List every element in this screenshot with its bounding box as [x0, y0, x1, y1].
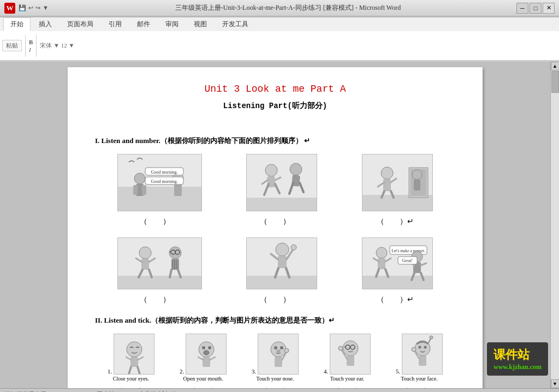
svg-point-56: [276, 243, 289, 256]
svg-rect-1: [118, 187, 201, 211]
bracket-6: （ ）↵: [352, 295, 439, 305]
app-icon: W: [4, 3, 15, 14]
watermark-line1: 课件站: [493, 347, 542, 363]
window-title: 三年级英语上册-Unit-3-Look-at-me-Part-A-同步练习 [兼…: [60, 3, 516, 13]
svg-point-91: [208, 346, 211, 349]
maximize-button[interactable]: □: [530, 3, 542, 14]
bracket-row-3: （ ） （ ） （ ） （ ） （ ）↵: [95, 386, 455, 388]
scroll-down-button[interactable]: ▼: [551, 379, 560, 388]
window-controls: ─ □ ✕: [516, 3, 555, 14]
small-image-1: 1.: [108, 334, 154, 382]
watermark-line2: www.kjzhan.com: [493, 363, 542, 371]
images-row-2: Let's make a puppet. Great!: [95, 237, 455, 289]
document-title: Unit 3 Look at me Part A: [95, 84, 455, 94]
small-image-4: 4.: [324, 334, 371, 382]
image-box-3: [362, 154, 433, 211]
undo-icon[interactable]: ↩: [28, 4, 33, 11]
font-size-selector[interactable]: 宋体 ▼ 12 ▼: [40, 41, 74, 50]
svg-point-14: [265, 164, 277, 176]
bold-button[interactable]: B: [29, 39, 33, 45]
tab-references[interactable]: 引用: [102, 17, 129, 31]
scroll-track[interactable]: [551, 70, 560, 379]
images-row-1: Good morning. Good morning.: [95, 154, 455, 211]
redo-icon[interactable]: ↪: [35, 4, 40, 11]
svg-point-2: [134, 173, 145, 184]
svg-rect-13: [247, 198, 317, 211]
bracket-1: （ ）: [111, 217, 199, 227]
svg-point-34: [412, 170, 422, 180]
ribbon-content: 粘贴 B I 宋体 ▼ 12 ▼: [0, 31, 559, 61]
bracket-4: （ ）: [111, 295, 199, 305]
small-image-3: 3.: [252, 334, 299, 382]
tab-insert[interactable]: 插入: [32, 17, 59, 31]
image-box-6: Let's make a puppet. Great!: [362, 237, 433, 289]
svg-line-47: [170, 252, 171, 252]
svg-point-117: [424, 346, 427, 349]
bracket-3: （ ）↵: [352, 217, 439, 227]
scroll-up-button[interactable]: ▲: [551, 62, 560, 70]
image-box-1: Good morning. Good morning.: [117, 154, 202, 211]
svg-rect-4: [133, 185, 138, 195]
svg-rect-83: [130, 357, 138, 367]
save-icon[interactable]: 💾: [19, 4, 26, 11]
tab-mailings[interactable]: 邮件: [130, 17, 157, 31]
svg-point-99: [280, 346, 283, 349]
toolbar-area: 开始 插入 页面布局 引用 邮件 审阅 视图 开发工具 粘贴 B I 宋体 ▼ …: [0, 17, 559, 62]
document-page: Unit 3 Look at me Part A Listening Part(…: [68, 67, 483, 388]
paste-button[interactable]: 粘贴: [2, 40, 22, 51]
svg-rect-57: [278, 256, 287, 268]
svg-point-92: [204, 351, 209, 355]
svg-rect-66: [378, 258, 385, 269]
close-button[interactable]: ✕: [543, 3, 555, 14]
svg-text:Good morning.: Good morning.: [151, 170, 177, 175]
svg-point-82: [127, 342, 142, 357]
italic-button[interactable]: I: [29, 46, 33, 53]
svg-rect-29: [383, 179, 391, 191]
svg-text:Great!: Great!: [402, 258, 413, 263]
svg-point-60: [291, 245, 296, 250]
tab-developer[interactable]: 开发工具: [215, 17, 255, 31]
svg-point-116: [419, 346, 421, 349]
svg-point-38: [139, 247, 151, 259]
vertical-scrollbar[interactable]: ▲ ▼: [550, 62, 559, 388]
tab-home[interactable]: 开始: [3, 17, 31, 31]
tab-pagelayout[interactable]: 页面布局: [60, 17, 100, 31]
section1-title: I. Listen and number.（根据你听到的内容给下面的图片排列顺序…: [95, 136, 455, 146]
svg-rect-93: [203, 357, 210, 367]
watermark-text-yellow: 课件站: [493, 348, 530, 361]
svg-point-111: [338, 346, 343, 351]
listening-subtitle: Listening Part(听力部分): [95, 101, 455, 111]
watermark: 课件站 www.kjzhan.com: [487, 342, 548, 376]
bracket-s2-1: （ ）: [106, 386, 156, 388]
bracket-row-1: （ ） （ ） （ ）↵: [95, 217, 455, 227]
tab-view[interactable]: 视图: [187, 17, 214, 31]
svg-point-100: [277, 350, 280, 352]
bracket-s2-4: （ ）: [323, 386, 372, 388]
svg-rect-5: [142, 185, 146, 195]
svg-rect-37: [118, 276, 201, 289]
svg-rect-55: [247, 276, 317, 289]
tab-review[interactable]: 审阅: [158, 17, 186, 31]
svg-point-98: [274, 346, 277, 349]
svg-point-97: [271, 342, 286, 357]
bracket-row-2: （ ） （ ） （ ）↵: [95, 295, 455, 305]
svg-point-103: [284, 348, 289, 353]
bracket-s2-3: （ ）: [251, 386, 300, 388]
image-box-5: [246, 237, 317, 289]
svg-text:Good morning.: Good morning.: [151, 179, 177, 184]
image-box-2: [246, 154, 317, 211]
bracket-s2-5: （ ）↵: [395, 386, 444, 388]
minimize-button[interactable]: ─: [516, 3, 528, 14]
document-area: Unit 3 Look at me Part A Listening Part(…: [0, 62, 559, 388]
svg-rect-118: [419, 356, 426, 366]
small-image-2: 2.: [180, 334, 227, 382]
image-box-4: [117, 237, 202, 289]
document-scroll[interactable]: Unit 3 Look at me Part A Listening Part(…: [0, 62, 550, 388]
scroll-thumb[interactable]: [551, 71, 559, 93]
svg-rect-39: [141, 259, 149, 270]
svg-point-90: [202, 346, 205, 349]
customize-icon[interactable]: ▼: [43, 4, 49, 11]
svg-point-20: [290, 163, 302, 175]
status-bar: 三年级英语上册-Unit-3-Look-at-me-同步练习: 2,706 个字…: [0, 388, 559, 392]
quick-access-bar: 💾 ↩ ↪ ▼: [19, 4, 49, 11]
